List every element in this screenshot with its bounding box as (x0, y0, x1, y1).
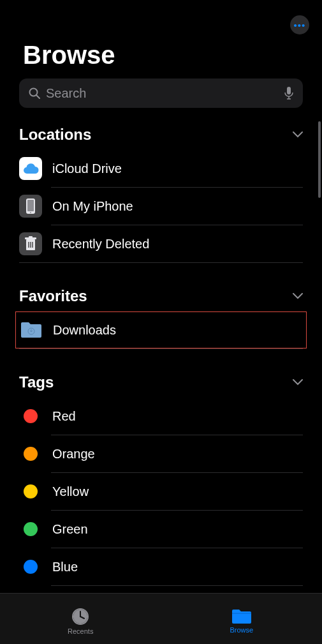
page-title: Browse (0, 41, 322, 79)
folder-icon (231, 608, 252, 625)
location-item-on-my-iphone[interactable]: On My iPhone (19, 188, 303, 225)
chevron-down-icon (293, 131, 303, 138)
list-item-label: Red (52, 409, 76, 424)
locations-title: Locations (19, 126, 91, 144)
svg-rect-2 (287, 87, 291, 94)
list-item-label: Yellow (52, 484, 89, 499)
list-item-label: Orange (52, 447, 95, 461)
list-item-label: Blue (52, 560, 78, 574)
trash-icon (19, 232, 42, 255)
tab-label: Browse (230, 626, 253, 634)
locations-list: iCloud Drive On My iPhone (19, 150, 303, 263)
svg-point-7 (30, 212, 31, 213)
folder-icon (20, 321, 43, 339)
favorite-item-downloads[interactable]: Downloads (15, 311, 307, 348)
chevron-down-icon (293, 293, 303, 299)
tag-item-green[interactable]: Green (19, 511, 303, 548)
tag-dot-icon (24, 560, 38, 574)
tag-dot-icon (24, 522, 38, 536)
svg-rect-6 (27, 200, 34, 211)
tag-item-blue[interactable]: Blue (19, 548, 303, 585)
tags-list: Red Orange Yellow Green Blue Purple (19, 398, 303, 624)
tab-browse[interactable]: Browse (161, 594, 323, 644)
more-button[interactable]: ••• (290, 15, 309, 34)
tag-item-yellow[interactable]: Yellow (19, 473, 303, 510)
tab-bar: Recents Browse (0, 593, 322, 644)
favorites-title: Favorites (19, 287, 87, 305)
tags-title: Tags (19, 373, 54, 391)
favorites-list: Downloads (19, 311, 303, 349)
scrollbar[interactable] (318, 121, 321, 198)
icloud-icon (19, 157, 42, 180)
more-icon: ••• (294, 20, 306, 30)
tag-dot-icon (24, 484, 38, 498)
locations-header[interactable]: Locations (19, 123, 303, 150)
list-item-label: Downloads (53, 323, 116, 338)
search-icon (28, 87, 41, 100)
tag-dot-icon (24, 409, 38, 423)
tab-recents[interactable]: Recents (0, 594, 161, 644)
list-item-label: Green (52, 522, 88, 537)
tag-item-orange[interactable]: Orange (19, 435, 303, 472)
tags-header[interactable]: Tags (19, 371, 303, 398)
iphone-icon (19, 195, 42, 218)
clock-icon (71, 607, 90, 626)
search-input[interactable] (46, 86, 279, 101)
list-item-label: Recently Deleted (52, 237, 149, 251)
svg-line-1 (37, 96, 40, 99)
svg-point-0 (30, 89, 38, 96)
tab-label: Recents (68, 627, 93, 635)
chevron-down-icon (293, 379, 303, 386)
microphone-icon[interactable] (284, 86, 294, 100)
list-item-label: On My iPhone (52, 199, 133, 214)
location-item-recently-deleted[interactable]: Recently Deleted (19, 225, 303, 262)
tag-dot-icon (24, 447, 38, 461)
favorites-header[interactable]: Favorites (19, 285, 303, 311)
svg-rect-10 (29, 236, 33, 238)
list-item-label: iCloud Drive (52, 161, 122, 176)
location-item-icloud[interactable]: iCloud Drive (19, 150, 303, 187)
search-bar[interactable] (19, 79, 303, 108)
tag-item-red[interactable]: Red (19, 398, 303, 435)
